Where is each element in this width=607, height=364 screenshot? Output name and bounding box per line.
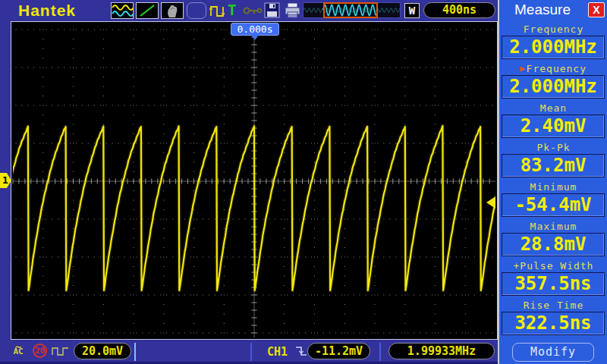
diagonal-line-icon [137, 3, 158, 18]
measurement-label: Minimum [530, 181, 577, 193]
measurement-row: ▶Frequency 2.000MHz [499, 62, 607, 102]
top-toolbar: Hantek T [0, 0, 499, 21]
trigger-letter-icon[interactable]: T [228, 2, 236, 18]
window-mode-icon[interactable]: W [404, 3, 420, 18]
measurement-label: +Pulse Width [514, 260, 594, 271]
separator [134, 343, 136, 361]
blank-button[interactable] [187, 2, 206, 19]
measurement-row: Frequency 2.000MHz [499, 23, 607, 62]
scope-graticule [11, 22, 497, 339]
measurement-list: Frequency 2.000MHz ▶Frequency 2.000MHz M… [499, 23, 607, 338]
coupling-icon: ~ AC [9, 341, 27, 356]
separator [379, 343, 381, 361]
measure-panel-header: Measure X [499, 0, 607, 21]
measurement-label: Maximum [530, 221, 577, 232]
measurement-label: Mean [540, 102, 567, 114]
channel1-position-marker[interactable]: 1 [0, 173, 11, 188]
close-button[interactable]: X [588, 2, 605, 17]
measurement-row: Rise Time 322.5ns [499, 299, 607, 338]
waveform-preview[interactable] [303, 2, 401, 18]
key-icon[interactable] [243, 5, 263, 17]
measurement-value: 2.000MHz [502, 75, 605, 99]
hand-icon [162, 3, 183, 18]
measurement-value: 357.5ns [502, 272, 605, 296]
measurement-value: 2.000MHz [502, 36, 605, 59]
measurement-value: 2.40mV [502, 115, 605, 138]
measurement-label: Rise Time [524, 300, 583, 311]
measurement-value: 83.2mV [502, 154, 605, 177]
volts-per-div-display: 20.0mV [74, 343, 131, 359]
measurement-row: Maximum 28.8mV [499, 220, 607, 259]
pulse-icon[interactable] [209, 2, 226, 19]
hand-button[interactable] [161, 2, 184, 19]
measurement-label: Frequency [524, 24, 583, 35]
dual-sine-icon [112, 3, 133, 18]
selection-arrow-icon: ▶ [520, 64, 526, 74]
measurement-value: 28.8mV [502, 233, 605, 256]
horizontal-position-tag[interactable]: 0.000s [231, 23, 279, 36]
coupling-label: AC [9, 347, 27, 356]
trigger-level-display: -11.2mV [307, 343, 370, 359]
measurement-label: Frequency [527, 63, 587, 74]
measurement-label: Pk-Pk [536, 142, 570, 153]
measurement-value: -54.4mV [502, 193, 605, 217]
separator [250, 343, 252, 361]
print-icon[interactable] [284, 2, 302, 19]
measurement-row: Pk-Pk 83.2mV [499, 141, 607, 180]
measure-panel: Measure X Frequency 2.000MHz ▶Frequency … [498, 0, 607, 364]
oscilloscope-app: { "toolbar": { "brand": "Hantek", "trigg… [0, 0, 607, 364]
falling-edge-icon [294, 344, 308, 358]
measurement-row: Minimum -54.4mV [499, 180, 607, 220]
preview-window-handle[interactable] [323, 2, 378, 18]
save-icon[interactable] [264, 2, 281, 19]
probe-squarewave-icon [52, 346, 70, 356]
measurement-row: Mean 2.40mV [499, 102, 607, 141]
line-button[interactable] [136, 2, 159, 19]
frequency-counter-display: 1.99933MHz [388, 343, 495, 359]
trigger-source-label: CH1 [267, 345, 288, 359]
timebase-display: 400ns [423, 2, 495, 18]
status-bar: ~ AC 20 20.0mV CH1 -11.2mV 1.99933MHz [0, 340, 499, 364]
measure-panel-title: Measure [499, 2, 586, 18]
modify-button[interactable]: Modify [512, 343, 594, 362]
brand-logo: Hantek [18, 2, 76, 20]
measurement-value: 322.5ns [502, 312, 605, 335]
bandwidth-limit-badge: 20 [33, 344, 47, 358]
scope-display[interactable]: 0.000s [11, 21, 498, 340]
channels-button[interactable] [111, 2, 134, 19]
measurement-row: +Pulse Width 357.5ns [499, 259, 607, 299]
trigger-level-arrow [486, 196, 495, 209]
